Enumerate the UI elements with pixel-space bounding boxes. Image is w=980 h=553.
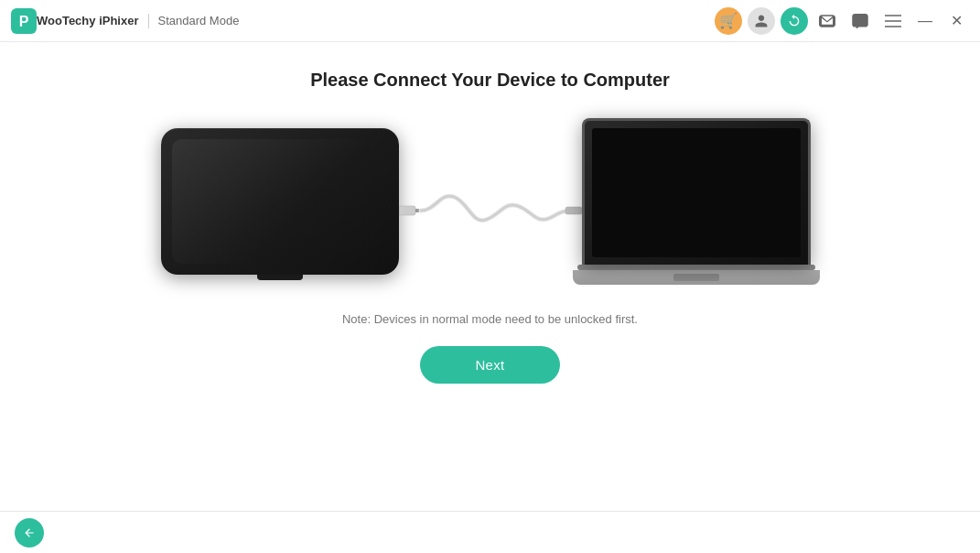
- menu-icon-button[interactable]: [879, 7, 907, 35]
- note-text: Note: Devices in normal mode need to be …: [342, 312, 638, 326]
- laptop-trackpad: [673, 274, 719, 281]
- phone-button: [257, 275, 303, 280]
- app-logo: P: [11, 8, 37, 34]
- back-arrow-icon: [23, 526, 36, 539]
- cable-illustration: [399, 174, 582, 247]
- chat-icon-button[interactable]: [846, 7, 874, 35]
- update-icon-button[interactable]: [781, 7, 808, 35]
- laptop-base: [573, 270, 820, 285]
- svg-rect-2: [885, 15, 901, 16]
- user-icon-button[interactable]: [748, 7, 775, 35]
- device-connection-illustration: [161, 118, 820, 285]
- minimize-button[interactable]: —: [912, 8, 938, 34]
- laptop-screen-inner: [592, 128, 801, 257]
- phone-body: [161, 128, 399, 275]
- cable-svg: [399, 174, 582, 247]
- page-title: Please Connect Your Device to Computer: [310, 70, 670, 91]
- laptop-illustration: [582, 118, 820, 285]
- phone-illustration: [161, 128, 399, 275]
- close-button[interactable]: ✕: [943, 8, 969, 34]
- bottom-bar: [0, 511, 980, 553]
- mail-icon-button[interactable]: [813, 7, 841, 35]
- titlebar-icons: 🛒 — ✕: [715, 7, 969, 35]
- laptop-screen: [582, 118, 811, 265]
- svg-rect-5: [399, 206, 415, 215]
- svg-rect-3: [885, 20, 901, 22]
- svg-text:P: P: [19, 14, 29, 29]
- app-brand: WooTechy iPhixer: [37, 14, 139, 27]
- mode-label: Standard Mode: [158, 14, 716, 27]
- titlebar-divider: [148, 14, 149, 28]
- next-button[interactable]: Next: [420, 346, 559, 384]
- main-content: Please Connect Your Device to Computer: [0, 42, 980, 511]
- back-button[interactable]: [15, 518, 44, 548]
- titlebar: P WooTechy iPhixer Standard Mode 🛒 — ✕: [0, 0, 980, 42]
- svg-rect-4: [885, 26, 901, 27]
- svg-rect-7: [565, 207, 582, 214]
- cart-icon-button[interactable]: 🛒: [715, 7, 742, 35]
